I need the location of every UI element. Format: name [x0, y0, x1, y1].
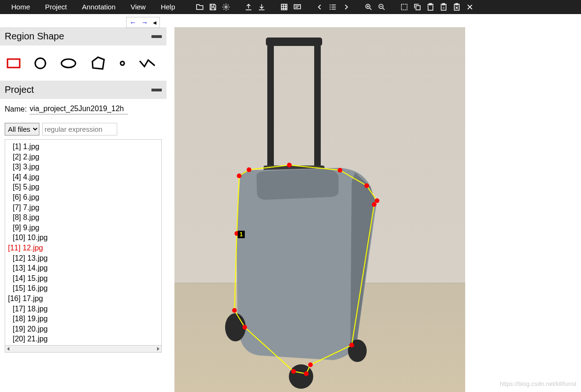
file-item[interactable]: [8] 8.jpg	[8, 212, 158, 223]
toolbar: n	[194, 1, 475, 13]
shape-polyline[interactable]	[139, 58, 156, 70]
watermark: https://blog.csdn.net/killfunst	[500, 380, 576, 387]
svg-point-38	[372, 202, 377, 207]
svg-point-19	[121, 61, 124, 65]
nav-arrows: ← → ◂	[126, 17, 160, 28]
file-item[interactable]: [9] 9.jpg	[8, 223, 158, 233]
next-icon[interactable]	[340, 1, 352, 13]
canvas-area[interactable]: 1 https://blog.csdn.net/killfunst	[167, 14, 581, 392]
file-item[interactable]: [1] 1.jpg	[8, 142, 158, 152]
file-item[interactable]: [2] 2.jpg	[8, 152, 158, 162]
select-all-icon[interactable]	[399, 1, 410, 13]
annotations-icon[interactable]	[292, 1, 303, 13]
svg-point-30	[237, 173, 241, 178]
download-icon[interactable]	[256, 1, 267, 13]
file-item[interactable]: [6] 6.jpg	[8, 192, 158, 203]
svg-point-40	[364, 183, 369, 188]
menu-view[interactable]: View	[123, 0, 153, 14]
project-name-label: Name:	[5, 105, 27, 113]
save-icon[interactable]	[207, 1, 219, 13]
paste-x-icon[interactable]	[451, 1, 462, 13]
gear-icon[interactable]	[220, 1, 232, 13]
zoom-in-icon[interactable]	[363, 1, 374, 13]
svg-rect-8	[416, 6, 420, 10]
nav-last-icon[interactable]: ◂	[153, 18, 157, 27]
svg-point-34	[291, 369, 296, 374]
shape-point[interactable]	[119, 60, 126, 68]
nav-first-icon[interactable]: ←	[129, 18, 136, 27]
svg-text:n: n	[443, 6, 445, 9]
region-shape-panel-header: Region Shape	[0, 27, 166, 45]
file-item[interactable]: [5] 5.jpg	[8, 182, 158, 192]
paste-n-icon[interactable]: n	[438, 1, 449, 13]
svg-point-0	[225, 6, 227, 8]
menu-home[interactable]: Home	[4, 0, 38, 14]
copy-icon[interactable]	[412, 1, 423, 13]
shape-circle[interactable]	[34, 57, 47, 71]
file-item[interactable]: [12] 13.jpg	[8, 253, 158, 264]
file-item[interactable]: [10] 10.jpg	[8, 233, 158, 243]
svg-point-39	[375, 198, 379, 203]
project-title: Project	[5, 84, 34, 95]
file-item[interactable]: [7] 7.jpg	[8, 203, 158, 213]
file-item[interactable]: [15] 16.jpg	[8, 283, 158, 294]
svg-point-35	[304, 371, 309, 376]
project-name-input[interactable]	[30, 104, 128, 114]
svg-point-36	[308, 362, 313, 367]
file-filter-select[interactable]: All files	[5, 123, 39, 136]
regex-input[interactable]	[42, 123, 117, 136]
file-item[interactable]: [16] 17.jpg	[8, 294, 158, 304]
svg-point-4	[329, 8, 330, 9]
file-item[interactable]: [14] 15.jpg	[8, 273, 158, 284]
grid-icon[interactable]	[279, 1, 290, 13]
image-stage[interactable]: 1	[174, 27, 465, 392]
svg-marker-27	[234, 165, 377, 374]
svg-rect-16	[8, 59, 20, 68]
svg-rect-7	[401, 4, 407, 10]
menu-help[interactable]: Help	[153, 0, 183, 14]
file-item[interactable]: [13] 14.jpg	[8, 263, 158, 273]
shape-polygon[interactable]	[90, 56, 106, 72]
region-label: 1	[238, 231, 245, 238]
close-icon[interactable]	[464, 1, 475, 13]
svg-point-37	[349, 343, 354, 347]
file-item[interactable]: [18] 19.jpg	[8, 314, 158, 324]
collapse-icon[interactable]	[151, 89, 162, 91]
nav-next-icon[interactable]: →	[141, 18, 148, 27]
horizontal-scrollbar[interactable]	[5, 346, 162, 353]
annotation-overlay[interactable]	[174, 27, 465, 392]
list-icon[interactable]	[327, 1, 339, 13]
shape-ellipse[interactable]	[60, 58, 77, 70]
file-item[interactable]: [11] 12.jpg	[8, 243, 158, 253]
shape-tools	[0, 45, 166, 81]
collapse-icon[interactable]	[151, 35, 162, 38]
sidebar: ← → ◂ Region Shape Project Name:	[0, 14, 167, 392]
region-shape-title: Region Shape	[5, 31, 64, 42]
menubar: HomeProjectAnnotationViewHelp n	[0, 0, 581, 14]
svg-point-17	[35, 58, 45, 68]
svg-point-33	[242, 325, 247, 330]
paste-icon[interactable]	[425, 1, 436, 13]
svg-point-28	[287, 163, 292, 167]
svg-point-29	[247, 167, 251, 172]
file-list[interactable]: [1] 1.jpg[2] 2.jpg[3] 3.jpg[4] 4.jpg[5] …	[5, 139, 162, 346]
file-item[interactable]: [4] 4.jpg	[8, 172, 158, 182]
svg-point-18	[61, 59, 75, 68]
svg-rect-1	[294, 5, 301, 9]
shape-rectangle[interactable]	[7, 58, 21, 70]
prev-icon[interactable]	[314, 1, 325, 13]
upload-icon[interactable]	[243, 1, 254, 13]
menu-project[interactable]: Project	[38, 0, 75, 14]
file-item[interactable]: [19] 20.jpg	[8, 324, 158, 334]
menu-annotation[interactable]: Annotation	[75, 0, 123, 14]
svg-point-41	[338, 168, 342, 173]
file-item[interactable]: [3] 3.jpg	[8, 162, 158, 172]
svg-point-3	[329, 7, 330, 8]
zoom-out-icon[interactable]	[376, 1, 387, 13]
folder-icon[interactable]	[194, 1, 205, 13]
svg-point-2	[329, 4, 330, 5]
project-panel-header: Project	[0, 81, 166, 99]
file-item[interactable]: [20] 21.jpg	[8, 334, 158, 344]
file-item[interactable]: [17] 18.jpg	[8, 304, 158, 314]
svg-point-32	[232, 308, 237, 313]
